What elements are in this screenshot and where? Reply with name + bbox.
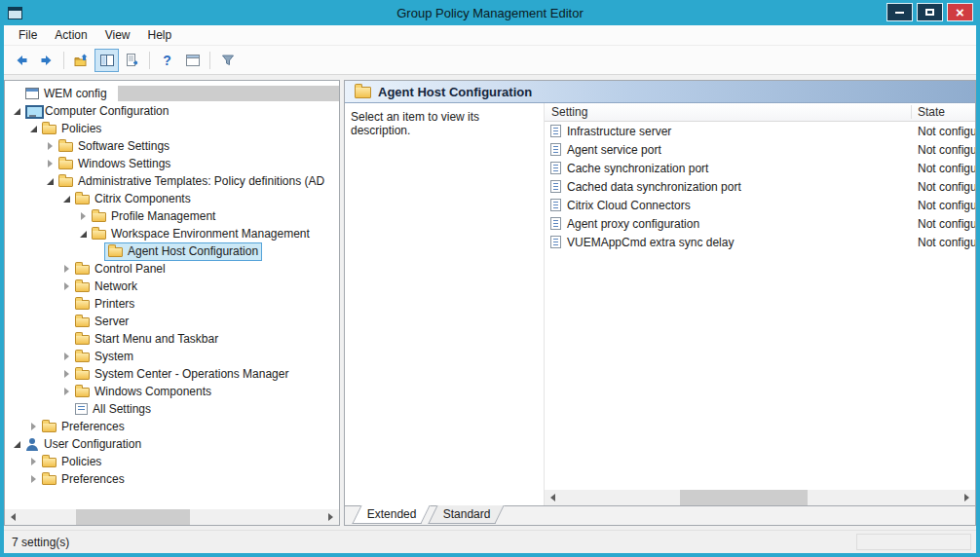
- collapse-icon[interactable]: [44, 178, 56, 185]
- settings-row[interactable]: Citrix Cloud ConnectorsNot configured: [545, 196, 975, 214]
- tree-item-box: Windows Settings: [56, 156, 173, 172]
- scrollbar-thumb[interactable]: [680, 490, 808, 505]
- settings-row[interactable]: Cache synchronization portNot configured: [545, 159, 975, 177]
- tree-item-policies[interactable]: Policies: [5, 453, 339, 470]
- tree-item-citrix-components[interactable]: Citrix Components: [5, 190, 339, 207]
- show-hide-console-tree-button[interactable]: [94, 49, 119, 72]
- tree-item-box: User Configuration: [22, 436, 144, 453]
- tree-item-printers[interactable]: Printers: [5, 295, 339, 313]
- tree-item-label: Preferences: [61, 472, 125, 486]
- policy-setting-icon: [550, 125, 561, 137]
- list-horizontal-scrollbar[interactable]: [545, 490, 975, 505]
- folder-icon: [75, 195, 90, 204]
- expand-icon[interactable]: [60, 388, 72, 395]
- tree-item-system-center-operations-manager[interactable]: System Center - Operations Manager: [5, 365, 339, 383]
- tree-item-policies[interactable]: Policies: [5, 120, 339, 137]
- help-button[interactable]: [155, 49, 179, 72]
- toolbar-separator: [209, 52, 210, 69]
- back-button[interactable]: [9, 49, 33, 72]
- scrollbar-track[interactable]: [561, 490, 959, 505]
- minimize-button[interactable]: [886, 3, 913, 21]
- forward-icon: [39, 53, 55, 68]
- tree-item-label: Start Menu and Taskbar: [94, 332, 218, 346]
- setting-name: Cached data synchronization port: [567, 180, 741, 194]
- tree-item-preferences[interactable]: Preferences: [5, 470, 339, 488]
- tree-item-label: Windows Components: [94, 385, 211, 398]
- export-list-button[interactable]: [120, 49, 144, 72]
- menu-file[interactable]: File: [10, 25, 46, 45]
- tree-item-all-settings[interactable]: All Settings: [5, 400, 339, 418]
- tree-item-user-configuration[interactable]: User Configuration: [5, 435, 339, 453]
- expand-icon[interactable]: [60, 282, 72, 290]
- tab-standard[interactable]: Standard: [428, 505, 504, 524]
- tree-item-network[interactable]: Network: [5, 278, 339, 295]
- app-window: Group Policy Management Editor File Acti…: [0, 0, 980, 557]
- tree-item-software-settings[interactable]: Software Settings: [5, 137, 339, 155]
- setting-name: Citrix Cloud Connectors: [567, 199, 691, 212]
- scroll-left-button[interactable]: [5, 509, 21, 525]
- tree-item-windows-components[interactable]: Windows Components: [5, 383, 339, 400]
- expand-icon[interactable]: [44, 142, 56, 150]
- scroll-right-button[interactable]: [322, 509, 339, 525]
- menu-view[interactable]: View: [96, 25, 139, 45]
- tree-item-box: Policies: [39, 454, 104, 470]
- expand-icon[interactable]: [77, 212, 89, 220]
- expand-icon[interactable]: [27, 458, 39, 465]
- collapse-icon[interactable]: [27, 126, 39, 132]
- filter-button[interactable]: [215, 49, 240, 72]
- filter-icon: [220, 53, 236, 68]
- close-button[interactable]: [947, 3, 973, 21]
- maximize-button[interactable]: [917, 3, 943, 21]
- tree-item-profile-management[interactable]: Profile Management: [5, 207, 339, 225]
- scroll-left-button[interactable]: [545, 490, 561, 505]
- column-header-setting[interactable]: Setting: [551, 105, 587, 119]
- tree-item-agent-host-configuration[interactable]: Agent Host Configuration: [5, 242, 339, 260]
- tree-item-server[interactable]: Server: [5, 313, 339, 330]
- expand-icon[interactable]: [60, 265, 72, 273]
- folder-icon: [42, 475, 57, 485]
- tree-item-windows-settings[interactable]: Windows Settings: [5, 155, 339, 172]
- collapse-icon[interactable]: [77, 231, 89, 238]
- show-window-button[interactable]: [180, 49, 205, 72]
- settings-row[interactable]: Agent service portNot configured: [545, 140, 975, 159]
- forward-button[interactable]: [34, 49, 58, 72]
- tree-item-workspace-environment-management[interactable]: Workspace Environment Management: [5, 225, 339, 242]
- expand-icon[interactable]: [60, 370, 72, 378]
- tree-item-preferences[interactable]: Preferences: [5, 418, 339, 435]
- scroll-right-button[interactable]: [959, 490, 975, 505]
- tree-horizontal-scrollbar[interactable]: [5, 509, 339, 525]
- setting-state: Not configured: [918, 125, 975, 138]
- collapse-icon[interactable]: [11, 108, 22, 115]
- tree-item-box: WEM config: [22, 86, 110, 102]
- tree-item-control-panel[interactable]: Control Panel: [5, 260, 339, 278]
- tree-item-system[interactable]: System: [5, 348, 339, 365]
- expand-icon[interactable]: [27, 423, 39, 430]
- settings-row[interactable]: VUEMAppCmd extra sync delayNot configure…: [545, 233, 975, 251]
- scrollbar-thumb[interactable]: [76, 509, 190, 525]
- tree-item-computer-configuration[interactable]: Computer Configuration: [5, 102, 339, 120]
- expand-icon[interactable]: [60, 353, 72, 360]
- expand-icon[interactable]: [27, 475, 39, 483]
- expand-icon[interactable]: [44, 160, 56, 167]
- menu-help[interactable]: Help: [139, 25, 181, 45]
- tree-item-start-menu-and-taskbar[interactable]: Start Menu and Taskbar: [5, 330, 339, 348]
- settings-row[interactable]: Cached data synchronization portNot conf…: [545, 177, 975, 196]
- scrollbar-track[interactable]: [21, 509, 322, 525]
- folder-icon: [58, 177, 73, 187]
- collapse-icon[interactable]: [60, 196, 72, 203]
- tree-item-box: Administrative Templates: Policy definit…: [56, 173, 327, 190]
- settings-row[interactable]: Agent proxy configurationNot configured: [545, 214, 975, 233]
- collapse-icon[interactable]: [11, 441, 22, 448]
- tree-item-administrative-templates-policy-definitions-ad[interactable]: Administrative Templates: Policy definit…: [5, 172, 339, 190]
- menu-action[interactable]: Action: [46, 25, 95, 45]
- column-divider[interactable]: [911, 105, 912, 119]
- tab-extended[interactable]: Extended: [352, 505, 430, 524]
- tree-item-box: Preferences: [39, 471, 128, 488]
- settings-row[interactable]: Infrastructure serverNot configured: [545, 122, 975, 140]
- column-header-state[interactable]: State: [918, 105, 945, 119]
- up-one-level-button[interactable]: [69, 49, 94, 72]
- all-settings-icon: [75, 403, 88, 415]
- tree-view: WEM configComputer ConfigurationPolicies…: [5, 81, 339, 509]
- tree-item-box: Network: [72, 278, 140, 295]
- tree-item-wem-config[interactable]: WEM config: [5, 85, 339, 102]
